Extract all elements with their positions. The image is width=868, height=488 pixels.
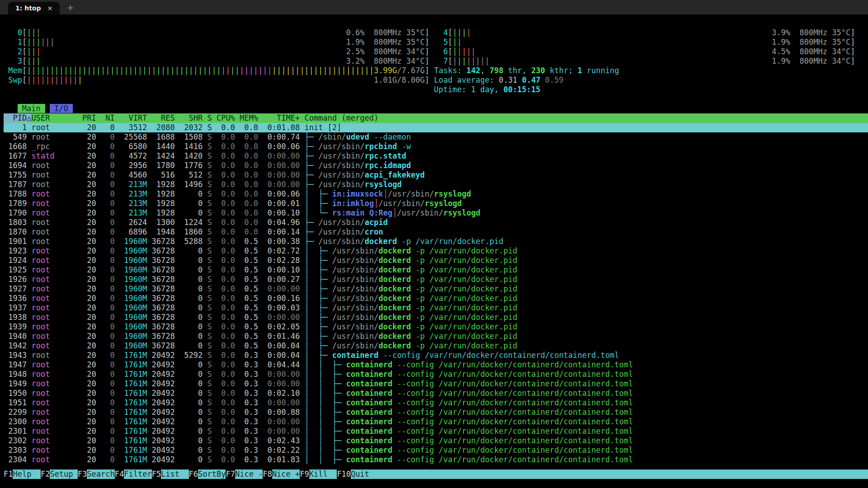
column-header-pid[interactable]: PID△ xyxy=(4,113,31,122)
process-row[interactable]: 2304 root 20 0 1761M 20492 0 S 0.0 0.3 0… xyxy=(4,455,868,465)
terminal-tab-bar: 1: htop × + xyxy=(0,0,868,14)
fbutton-kill[interactable]: Kill xyxy=(309,469,337,479)
process-row[interactable]: 1949 root 20 0 1761M 20492 0 S 0.0 0.3 0… xyxy=(4,379,868,389)
process-row[interactable]: 1926 root 20 0 1960M 36728 0 S 0.0 0.5 0… xyxy=(4,275,868,284)
fkey-f2[interactable]: F2 xyxy=(41,469,50,479)
fbutton-setup[interactable]: Setup xyxy=(50,469,77,479)
process-row[interactable]: 2300 root 20 0 1761M 20492 0 S 0.0 0.3 0… xyxy=(4,417,868,427)
column-header-shr[interactable]: SHR xyxy=(175,113,203,122)
process-row[interactable]: 1923 root 20 0 1960M 36728 0 S 0.0 0.5 0… xyxy=(4,246,868,256)
process-row[interactable]: 1939 root 20 0 1960M 36728 0 S 0.0 0.5 0… xyxy=(4,322,868,332)
cell-cpu-pct: 0.0 xyxy=(212,455,235,464)
fbutton-sortby[interactable]: SortBy xyxy=(198,469,226,479)
fbutton-nice-+[interactable]: Nice + xyxy=(272,469,300,479)
process-row[interactable]: 1937 root 20 0 1960M 36728 0 S 0.0 0.5 0… xyxy=(4,303,868,313)
process-row[interactable]: 1948 root 20 0 1761M 20492 0 S 0.0 0.3 0… xyxy=(4,370,868,379)
column-header-res[interactable]: RES xyxy=(147,113,175,122)
column-header-virt[interactable]: VIRT xyxy=(115,113,147,122)
cell-state: S xyxy=(203,284,212,293)
cell-pri: 20 xyxy=(73,275,96,284)
process-row[interactable]: 1936 root 20 0 1960M 36728 0 S 0.0 0.5 0… xyxy=(4,294,868,303)
process-row[interactable]: 1942 root 20 0 1960M 36728 0 S 0.0 0.5 0… xyxy=(4,341,868,351)
process-row[interactable]: 549 root 20 0 25568 1688 1508 S 0.0 0.0 … xyxy=(4,132,868,142)
cell-pid: 1870 xyxy=(4,227,27,236)
process-row[interactable]: 1787 root 20 0 213M 1928 1496 S 0.0 0.0 … xyxy=(4,180,868,189)
process-row[interactable]: 1788 root 20 0 213M 1928 0 S 0.0 0.0 0:0… xyxy=(4,189,868,199)
cell-shr: 0 xyxy=(175,313,203,322)
fbutton-search[interactable]: Search xyxy=(87,469,114,479)
process-row[interactable]: 1 root 20 0 3512 2080 2032 S 0.0 0.0 0:0… xyxy=(4,123,868,132)
tab-io[interactable]: I/O xyxy=(50,104,73,113)
fkey-f6[interactable]: F6 xyxy=(189,469,198,479)
process-row[interactable]: 1947 root 20 0 1761M 20492 0 S 0.0 0.3 0… xyxy=(4,360,868,370)
cell-pid: 2302 xyxy=(4,436,27,445)
fkey-f9[interactable]: F9 xyxy=(300,469,309,479)
fkey-f7[interactable]: F7 xyxy=(226,469,235,479)
process-row[interactable]: 1870 root 20 0 6896 1948 1860 S 0.0 0.0 … xyxy=(4,227,868,237)
column-header-cpu[interactable]: CPU% xyxy=(212,113,235,122)
fkey-f5[interactable]: F5 xyxy=(152,469,161,479)
cell-cpu-pct: 0.0 xyxy=(212,417,235,426)
meter-row: 3[||| 3.2% 800MHz 34°C] 7[|||||||| 1.9% … xyxy=(4,56,868,66)
process-row[interactable]: 1677 statd 20 0 4572 1424 1420 S 0.0 0.0… xyxy=(4,151,868,161)
cell-shr: 0 xyxy=(175,389,203,398)
process-row[interactable]: 2302 root 20 0 1761M 20492 0 S 0.0 0.3 0… xyxy=(4,436,868,446)
cell-virt: 4560 xyxy=(115,170,147,179)
cell-ni: 0 xyxy=(96,189,115,198)
cell-state: S xyxy=(203,275,212,284)
process-row[interactable]: 1755 root 20 0 4560 516 512 S 0.0 0.0 0:… xyxy=(4,170,868,180)
process-row[interactable]: 1803 root 20 0 2624 1300 1224 S 0.0 0.0 … xyxy=(4,218,868,227)
cell-pri: 20 xyxy=(73,446,96,455)
cell-user: root xyxy=(31,455,73,464)
fkey-f8[interactable]: F8 xyxy=(263,469,272,479)
process-row[interactable]: 1790 root 20 0 213M 1928 0 S 0.0 0.0 0:0… xyxy=(4,208,868,218)
cell-command-part: --config /var/run/docker/containerd/cont… xyxy=(392,436,633,445)
terminal-tab[interactable]: 1: htop × xyxy=(8,2,60,14)
column-header-ni[interactable]: NI xyxy=(96,113,115,122)
process-row[interactable]: 1901 root 20 0 1960M 36728 5288 S 0.0 0.… xyxy=(4,237,868,246)
cell-mem-pct: 0.3 xyxy=(235,427,258,436)
cell-state: S xyxy=(203,189,212,198)
fbutton-help[interactable]: Help xyxy=(13,469,40,479)
new-tab-icon[interactable]: + xyxy=(67,3,74,12)
column-header-s[interactable]: S xyxy=(203,113,212,122)
process-row[interactable]: 1940 root 20 0 1960M 36728 0 S 0.0 0.5 0… xyxy=(4,332,868,341)
fbutton-quit[interactable]: Quit xyxy=(351,469,378,479)
process-row[interactable]: 1668 _rpc 20 0 6580 1440 1416 S 0.0 0.0 … xyxy=(4,142,868,151)
cell-res: 36728 xyxy=(147,284,175,293)
column-header-mem[interactable]: MEM% xyxy=(235,113,258,122)
process-row[interactable]: 1950 root 20 0 1761M 20492 0 S 0.0 0.3 0… xyxy=(4,389,868,398)
process-row[interactable]: 1927 root 20 0 1960M 36728 0 S 0.0 0.5 0… xyxy=(4,284,868,294)
fkey-f3[interactable]: F3 xyxy=(78,469,87,479)
cell-virt: 1761M xyxy=(115,417,147,426)
column-header-time[interactable]: TIME+ xyxy=(258,113,300,122)
column-header-pri[interactable]: PRI xyxy=(73,113,96,122)
process-row[interactable]: 1938 root 20 0 1960M 36728 0 S 0.0 0.5 0… xyxy=(4,313,868,322)
fbutton-nice--[interactable]: Nice - xyxy=(235,469,263,479)
process-row[interactable]: 1789 root 20 0 213M 1928 0 S 0.0 0.0 0:0… xyxy=(4,199,868,208)
process-row[interactable]: 2303 root 20 0 1761M 20492 0 S 0.0 0.3 0… xyxy=(4,446,868,455)
cell-mem-pct: 0.3 xyxy=(235,389,258,398)
process-row[interactable]: 2301 root 20 0 1761M 20492 0 S 0.0 0.3 0… xyxy=(4,427,868,436)
process-row[interactable]: 1694 root 20 0 2956 1780 1776 S 0.0 0.0 … xyxy=(4,161,868,170)
cell-command-part: │ ├─ xyxy=(304,265,332,274)
fkey-f10[interactable]: F10 xyxy=(337,469,351,479)
tab-main[interactable]: Main xyxy=(18,104,45,113)
fkey-f4[interactable]: F4 xyxy=(115,469,124,479)
close-icon[interactable]: × xyxy=(47,5,53,12)
process-row[interactable]: 2299 root 20 0 1761M 20492 0 S 0.0 0.3 0… xyxy=(4,408,868,417)
cell-pri: 20 xyxy=(73,294,96,303)
cell-command-part: ├─ xyxy=(304,237,318,246)
process-row[interactable]: 1925 root 20 0 1960M 36728 0 S 0.0 0.5 0… xyxy=(4,265,868,275)
column-header-user[interactable]: USER xyxy=(31,113,73,122)
cell-pid: 1942 xyxy=(4,341,27,350)
fbutton-filter[interactable]: Filter xyxy=(124,469,151,479)
process-row[interactable]: 1951 root 20 0 1761M 20492 0 S 0.0 0.3 0… xyxy=(4,398,868,408)
column-header-command[interactable]: Command (merged) xyxy=(300,113,378,122)
process-row[interactable]: 1924 root 20 0 1960M 36728 0 S 0.0 0.5 0… xyxy=(4,256,868,265)
process-row[interactable]: 1943 root 20 0 1761M 20492 5292 S 0.0 0.… xyxy=(4,351,868,360)
fbutton-list[interactable]: List xyxy=(161,469,189,479)
fkey-f1[interactable]: F1 xyxy=(4,469,13,479)
cell-res: 36728 xyxy=(147,303,175,312)
cell-ni: 0 xyxy=(96,398,115,407)
